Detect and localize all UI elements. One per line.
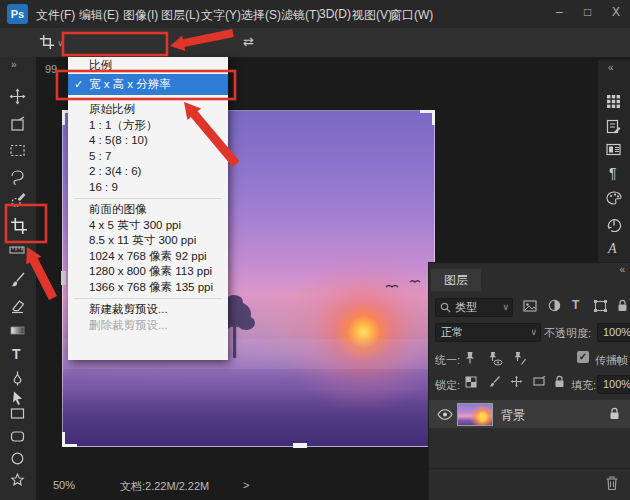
menu-item-2-3[interactable]: 2 : 3(4 : 6) [68,164,228,180]
color-icon[interactable] [606,191,622,207]
menu-item-original-ratio[interactable]: 原始比例 [68,102,228,118]
pen-tool-icon[interactable] [9,370,27,388]
menu-select[interactable]: 选择(S) [241,7,281,24]
lock-label: 锁定: [435,378,460,393]
layer-filter-dropdown[interactable]: 类型 ∨ [435,298,513,317]
layers-panel: « 图层 类型 ∨ T 正常 ∨ 不透明度: 100% 统一: ✓ 传播帧 锁定… [428,262,630,500]
unify-visibility-icon[interactable] [487,351,503,366]
crop-tool-icon[interactable] [39,34,55,50]
visibility-eye-icon[interactable] [437,409,453,420]
lock-position-icon[interactable] [510,375,523,388]
menu-filter[interactable]: 滤镜(T) [281,7,320,24]
marquee-tool-icon[interactable] [9,142,27,160]
maximize-button[interactable]: □ [584,5,591,19]
notes-icon[interactable] [606,119,622,135]
close-button[interactable]: X [612,5,620,19]
history-icon[interactable] [606,216,622,232]
quick-select-tool-icon[interactable] [9,192,27,210]
chevron-down-icon: ∨ [530,324,537,341]
menu-item-4-5[interactable]: 4 : 5(8 : 10) [68,133,228,149]
menu-item-16-9[interactable]: 16 : 9 [68,180,228,196]
menu-item-4x5-300ppi[interactable]: 4 x 5 英寸 300 ppi [68,218,228,234]
artboard-tool-icon[interactable] [9,116,27,134]
zoom-level[interactable]: 50% [53,479,75,491]
menu-item-1280x800[interactable]: 1280 x 800 像素 113 ppi [68,264,228,280]
blend-mode-dropdown[interactable]: 正常 ∨ [435,323,541,342]
search-icon [440,302,451,313]
panel-collapse-icon[interactable]: « [619,264,625,275]
move-tool-icon[interactable] [9,88,27,106]
menu-item-w-h-resolution[interactable]: ✓ 宽 x 高 x 分辨率 [68,74,228,95]
ruler-tool-icon[interactable] [9,245,27,263]
rectangle-tool-icon[interactable] [9,405,27,423]
unify-style-icon[interactable] [512,351,527,366]
menu-view[interactable]: 视图(V) [352,7,392,24]
chevron-down-icon: ∨ [502,299,509,316]
filter-type-layers-icon[interactable]: T [572,298,579,312]
crop-handle-top-right[interactable] [420,110,435,125]
filter-shape-layers-icon[interactable] [594,300,607,312]
propagate-frames-label: 传播帧 [595,353,628,368]
layer-row-background[interactable]: 背景 [429,400,630,428]
rounded-rectangle-tool-icon[interactable] [9,428,27,446]
menu-edit[interactable]: 编辑(E) [79,7,119,24]
menu-item-1366x768[interactable]: 1366 x 768 像素 135 ppi [68,280,228,296]
crop-handle-left[interactable] [61,271,66,285]
document-tab-fragment: 99 [45,63,57,75]
menu-item-new-crop-preset[interactable]: 新建裁剪预设... [68,302,228,318]
photoshop-logo: Ps [7,4,28,24]
opacity-value[interactable]: 100% [597,323,630,342]
unify-position-icon[interactable] [463,351,477,366]
grid-icon[interactable] [606,94,622,110]
menu-window[interactable]: 窗口(W) [390,7,433,24]
paragraph-icon[interactable]: ¶ [609,165,625,181]
eraser-tool-icon[interactable] [9,297,27,315]
lock-all-icon[interactable] [554,375,565,388]
menu-item-delete-crop-preset: 删除裁剪预设... [68,318,228,334]
crop-tool-icon[interactable] [10,217,28,235]
info-icon[interactable] [606,143,622,159]
custom-shape-tool-icon[interactable] [9,472,27,490]
layer-filter-value: 类型 [455,301,477,313]
propagate-frames-checkbox[interactable]: ✓ [577,351,589,363]
menu-item-8.5x11-300ppi[interactable]: 8.5 x 11 英寸 300 ppi [68,233,228,249]
gradient-tool-icon[interactable] [9,322,27,340]
menu-item-label: 宽 x 高 x 分辨率 [89,78,171,90]
layer-thumbnail[interactable] [457,403,493,426]
lasso-tool-icon[interactable] [9,168,27,186]
dock-collapse-icon[interactable]: « [608,62,614,73]
menu-item-5-7[interactable]: 5 : 7 [68,149,228,165]
menu-item-1-1[interactable]: 1 : 1（方形） [68,118,228,134]
fill-value[interactable]: 100% [597,375,630,394]
toolbar-expand-icon[interactable]: » [11,59,17,70]
brush-tool-icon[interactable] [9,271,27,289]
lock-transparent-icon[interactable] [465,376,477,388]
menu-bar: Ps 文件(F) 编辑(E) 图像(I) 图层(L) 文字(Y) 选择(S) 滤… [0,0,630,29]
menu-file[interactable]: 文件(F) [36,7,75,24]
lock-pixels-icon[interactable] [488,375,501,388]
lock-artboard-icon[interactable] [532,376,546,387]
crop-handle-bottom[interactable] [293,443,307,448]
type-tool-icon[interactable]: T [12,346,30,364]
delete-layer-icon[interactable] [605,475,619,491]
filter-smart-objects-icon[interactable] [617,299,628,312]
menu-3d[interactable]: 3D(D) [319,7,351,21]
ellipse-tool-icon[interactable] [9,450,27,468]
panel-dock: « ¶ A « [598,60,630,285]
swap-dimensions-icon[interactable]: ⇄ [243,34,254,49]
tool-preset-caret[interactable]: ∨ [57,38,64,48]
minimize-button[interactable]: – [556,5,563,19]
tab-layers[interactable]: 图层 [431,269,481,291]
menu-item-front-image[interactable]: 前面的图像 [68,202,228,218]
menu-item-ratio[interactable]: 比例 [68,57,228,74]
filter-pixel-layers-icon[interactable] [523,300,537,312]
crop-handle-bottom-left[interactable] [62,432,77,447]
menu-image[interactable]: 图像(I) [123,7,158,24]
status-chevron-icon[interactable]: > [243,479,249,491]
menu-layer[interactable]: 图层(L) [161,7,200,24]
filter-adjustment-layers-icon[interactable] [548,299,561,312]
layer-name[interactable]: 背景 [501,407,525,424]
menu-item-1024x768[interactable]: 1024 x 768 像素 92 ppi [68,249,228,265]
styles-icon[interactable]: A [608,241,624,257]
menu-type[interactable]: 文字(Y) [201,7,241,24]
